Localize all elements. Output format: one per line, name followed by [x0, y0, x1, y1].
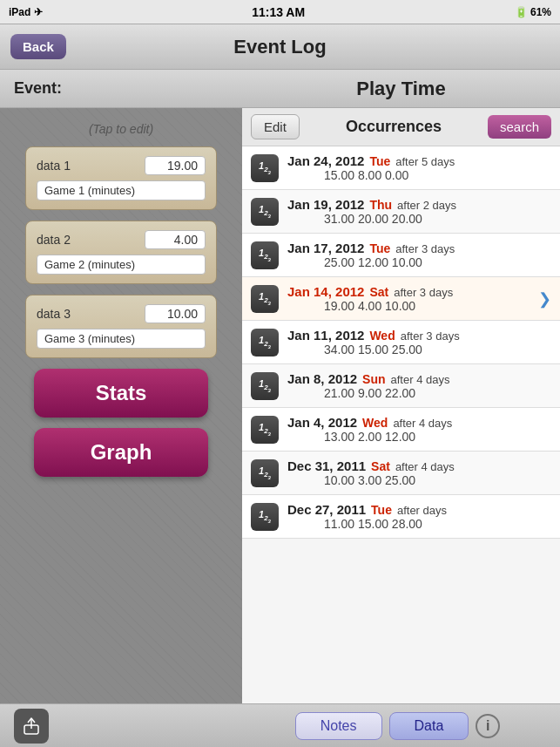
- right-panel: Edit Occurrences search 123Jan 24, 2012T…: [242, 108, 560, 703]
- list-item[interactable]: 123Jan 8, 2012Sunafter 4 days21.00 9.00 …: [242, 364, 560, 408]
- list-item[interactable]: 123Jan 24, 2012Tueafter 5 days15.00 8.00…: [242, 146, 560, 190]
- occ-after: after 2 days: [397, 199, 456, 212]
- status-bar: iPad ✈ 11:13 AM 🔋 61%: [0, 0, 560, 24]
- occurrences-title: Occurrences: [307, 118, 481, 136]
- num-icon: 123: [251, 416, 279, 444]
- data1-label: data 1: [37, 159, 71, 173]
- info-icon[interactable]: i: [476, 714, 500, 738]
- list-item[interactable]: 123Jan 17, 2012Tueafter 3 days25.00 12.0…: [242, 234, 560, 277]
- occ-date: Dec 27, 2011: [287, 502, 366, 517]
- occ-after: after 4 days: [393, 417, 452, 430]
- occ-date: Jan 11, 2012: [287, 328, 364, 343]
- occ-day: Sat: [371, 459, 390, 473]
- data-tab[interactable]: Data: [389, 712, 469, 740]
- event-name: Play Time: [242, 78, 560, 100]
- data3-label: data 3: [37, 307, 71, 321]
- num-icon: 123: [251, 241, 279, 269]
- data-card-2: data 2 4.00 Game 2 (minutes): [25, 221, 217, 284]
- occ-values: 25.00 12.00 10.00: [287, 255, 551, 269]
- list-item[interactable]: 123Jan 19, 2012Thuafter 2 days31.00 20.0…: [242, 190, 560, 234]
- occ-after: after days: [397, 504, 447, 517]
- occ-day: Tue: [369, 241, 390, 255]
- data1-desc[interactable]: Game 1 (minutes): [37, 180, 206, 200]
- page-title: Event Log: [233, 36, 326, 58]
- occ-after: after 3 days: [394, 286, 453, 299]
- num-icon: 123: [251, 372, 279, 400]
- occ-after: after 4 days: [391, 373, 450, 386]
- list-item[interactable]: 123Jan 4, 2012Wedafter 4 days13.00 2.00 …: [242, 408, 560, 452]
- occ-values: 34.00 15.00 25.00: [287, 343, 551, 357]
- occ-date: Jan 24, 2012: [287, 153, 364, 168]
- data-card-1: data 1 19.00 Game 1 (minutes): [25, 146, 217, 210]
- list-item[interactable]: 123Jan 14, 2012Satafter 3 days19.00 4.00…: [242, 277, 560, 321]
- list-item[interactable]: 123Dec 27, 2011Tueafter days11.00 15.00 …: [242, 495, 560, 539]
- search-button[interactable]: search: [488, 115, 551, 139]
- occ-values: 19.00 4.00 10.00: [287, 299, 535, 313]
- occ-values: 10.00 3.00 25.00: [287, 473, 551, 487]
- data-card-3: data 3 10.00 Game 3 (minutes): [25, 295, 217, 358]
- occ-after: after 3 days: [395, 242, 455, 255]
- occ-date: Jan 8, 2012: [287, 371, 357, 386]
- status-time: 11:13 AM: [252, 5, 305, 19]
- occ-values: 21.00 9.00 22.00: [287, 386, 551, 400]
- event-label: Event:: [0, 79, 242, 98]
- list-item[interactable]: 123Jan 11, 2012Wedafter 3 days34.00 15.0…: [242, 321, 560, 364]
- num-icon: 123: [251, 459, 279, 487]
- occ-day: Thu: [369, 198, 392, 212]
- occurrences-list: 123Jan 24, 2012Tueafter 5 days15.00 8.00…: [242, 146, 560, 703]
- occ-values: 11.00 15.00 28.00: [287, 517, 551, 531]
- share-icon[interactable]: [14, 709, 49, 744]
- num-icon: 123: [251, 285, 279, 313]
- occ-day: Sat: [369, 285, 388, 299]
- occ-day: Sun: [362, 372, 385, 386]
- occ-date: Jan 4, 2012: [287, 415, 357, 430]
- occ-date: Jan 17, 2012: [287, 241, 364, 255]
- data3-value[interactable]: 10.00: [145, 304, 206, 323]
- bottom-left: [0, 709, 242, 744]
- data2-value[interactable]: 4.00: [145, 230, 206, 249]
- occ-after: after 4 days: [395, 460, 455, 473]
- edit-button[interactable]: Edit: [251, 114, 300, 139]
- event-bar: Event: Play Time: [0, 70, 560, 108]
- occ-values: 15.00 8.00 0.00: [287, 168, 551, 182]
- notes-tab[interactable]: Notes: [295, 712, 382, 740]
- left-panel: (Tap to edit) data 1 19.00 Game 1 (minut…: [0, 108, 242, 703]
- num-icon: 123: [251, 154, 279, 182]
- num-icon: 123: [251, 198, 279, 226]
- occ-values: 31.00 20.00 20.00: [287, 212, 551, 226]
- data2-desc[interactable]: Game 2 (minutes): [37, 255, 206, 275]
- occ-day: Tue: [369, 154, 390, 168]
- occ-date: Jan 19, 2012: [287, 197, 364, 212]
- data1-value[interactable]: 19.00: [145, 156, 206, 175]
- occ-day: Tue: [371, 503, 392, 517]
- occ-after: after 3 days: [401, 329, 460, 343]
- occ-day: Wed: [362, 416, 388, 430]
- list-item[interactable]: 123Dec 31, 2011Satafter 4 days10.00 3.00…: [242, 452, 560, 495]
- num-icon: 123: [251, 329, 279, 357]
- main-content: (Tap to edit) data 1 19.00 Game 1 (minut…: [0, 108, 560, 703]
- title-bar: Back Event Log: [0, 24, 560, 70]
- status-left: iPad ✈: [9, 6, 43, 18]
- chevron-right-icon: ❯: [538, 289, 551, 309]
- occ-after: after 5 days: [395, 155, 455, 168]
- data2-label: data 2: [37, 233, 71, 247]
- occurrences-toolbar: Edit Occurrences search: [242, 108, 560, 146]
- stats-button[interactable]: Stats: [34, 369, 208, 418]
- occ-date: Dec 31, 2011: [287, 458, 366, 473]
- data3-desc[interactable]: Game 3 (minutes): [37, 329, 206, 349]
- tap-to-edit-label: (Tap to edit): [89, 122, 153, 136]
- status-right: 🔋 61%: [515, 6, 551, 18]
- occ-day: Wed: [369, 329, 395, 343]
- num-icon: 123: [251, 503, 279, 531]
- bottom-bar: Notes Data i: [0, 703, 560, 747]
- graph-button[interactable]: Graph: [34, 428, 208, 477]
- bottom-right: Notes Data i: [242, 712, 560, 740]
- occ-date: Jan 14, 2012: [287, 284, 364, 299]
- occ-values: 13.00 2.00 12.00: [287, 430, 551, 444]
- back-button[interactable]: Back: [10, 34, 66, 59]
